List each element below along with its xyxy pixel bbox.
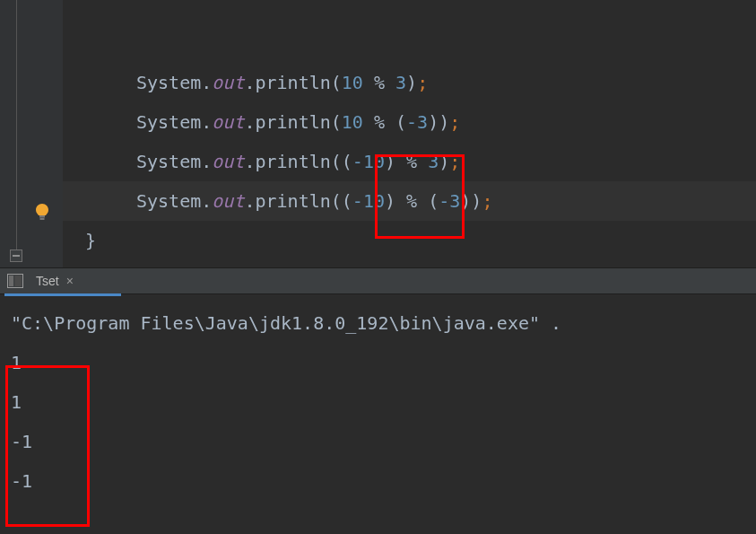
number-literal: 3 <box>428 151 439 172</box>
closing-brace: } <box>85 230 96 251</box>
number-literal: -10 <box>352 190 385 212</box>
number-literal: 10 <box>342 111 363 133</box>
field-ref: out <box>212 151 244 172</box>
console-output[interactable]: "C:\Program Files\Java\jdk1.8.0_192\bin\… <box>0 294 756 501</box>
code-line[interactable]: System.out.println(10 % (-3)); <box>63 102 756 142</box>
console-line: 1 <box>11 343 745 382</box>
active-tab-indicator <box>4 293 121 296</box>
class-ref: System <box>136 151 201 172</box>
code-line[interactable]: } <box>63 221 756 260</box>
method-call: println <box>255 151 330 172</box>
number-literal: -3 <box>439 190 460 212</box>
console-command: "C:\Program Files\Java\jdk1.8.0_192\bin\… <box>11 303 745 343</box>
method-call: println <box>255 72 330 93</box>
method-call: println <box>255 190 330 212</box>
code-editor[interactable]: System.out.println(10 % 3); System.out.p… <box>0 0 756 260</box>
close-icon[interactable]: × <box>66 275 74 287</box>
svg-rect-5 <box>9 276 13 286</box>
fold-guide <box>16 0 17 254</box>
class-ref: System <box>136 111 201 133</box>
console-line: 1 <box>11 382 745 422</box>
intention-bulb-icon[interactable] <box>33 202 51 220</box>
run-tab-label: Tset <box>36 274 59 288</box>
console-line: -1 <box>11 422 745 461</box>
fold-collapse-icon[interactable] <box>10 249 22 262</box>
console-line: -1 <box>11 461 745 501</box>
method-call: println <box>255 111 330 133</box>
code-lines[interactable]: System.out.println(10 % 3); System.out.p… <box>63 63 756 260</box>
number-literal: 10 <box>342 72 363 93</box>
code-line[interactable]: System.out.println((-10) % 3); <box>63 142 756 181</box>
field-ref: out <box>212 72 244 93</box>
number-literal: -10 <box>352 151 385 172</box>
code-line[interactable]: System.out.println(10 % 3); <box>63 63 756 102</box>
code-line[interactable]: System.out.println((-10) % (-3)); <box>63 181 756 221</box>
class-ref: System <box>136 72 201 93</box>
number-literal: 3 <box>395 72 406 93</box>
run-tab[interactable]: Tset × <box>30 267 79 294</box>
layout-icon[interactable] <box>7 274 23 288</box>
svg-rect-3 <box>40 218 45 220</box>
svg-rect-6 <box>15 276 22 286</box>
class-ref: System <box>136 190 201 212</box>
field-ref: out <box>212 111 244 133</box>
run-tool-window-header: Tset × <box>0 267 756 294</box>
editor-gutter <box>0 0 63 287</box>
number-literal: -3 <box>406 111 428 133</box>
field-ref: out <box>212 190 244 212</box>
svg-rect-2 <box>39 215 45 218</box>
